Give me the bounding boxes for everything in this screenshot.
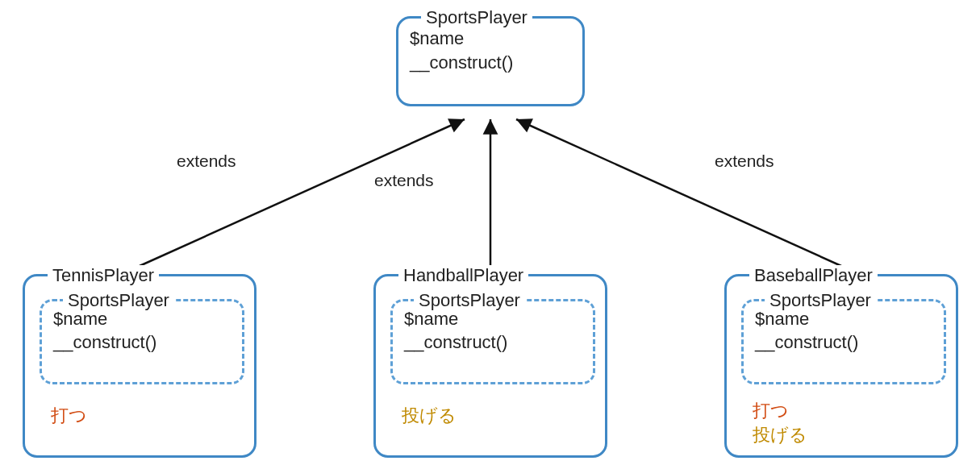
class-constructor: __construct() <box>410 51 571 75</box>
svg-line-2 <box>516 119 841 266</box>
class-box-tennis: TennisPlayer SportsPlayer $name __constr… <box>23 274 256 458</box>
inherited-title: SportsPlayer <box>765 290 876 311</box>
extends-label-right: extends <box>713 152 776 171</box>
inherited-box: SportsPlayer $name __construct() <box>40 299 244 384</box>
inherited-constructor: __construct() <box>53 331 231 355</box>
class-title: HandballPlayer <box>398 265 528 286</box>
inherited-box: SportsPlayer $name __construct() <box>390 299 595 384</box>
inherited-constructor: __construct() <box>755 331 932 355</box>
class-box-handball: HandballPlayer SportsPlayer $name __cons… <box>373 274 607 458</box>
class-property: $name <box>410 27 571 51</box>
extends-label-middle: extends <box>373 171 436 190</box>
class-box-parent: SportsPlayer $name __construct() <box>396 16 585 106</box>
inherited-property: $name <box>53 308 231 331</box>
inherited-box: SportsPlayer $name __construct() <box>741 299 946 384</box>
own-method: 打つ <box>753 399 789 423</box>
class-box-baseball: BaseballPlayer SportsPlayer $name __cons… <box>724 274 958 458</box>
inherited-constructor: __construct() <box>404 331 582 355</box>
own-method: 投げる <box>753 423 807 447</box>
inherited-property: $name <box>755 308 932 331</box>
class-title: BaseballPlayer <box>749 265 878 286</box>
own-method: 投げる <box>402 404 457 428</box>
inherited-title: SportsPlayer <box>414 290 525 311</box>
inherited-title: SportsPlayer <box>63 290 174 311</box>
inherited-property: $name <box>404 308 582 331</box>
extends-label-left: extends <box>175 152 238 171</box>
svg-line-0 <box>140 119 465 266</box>
class-title: TennisPlayer <box>48 265 159 286</box>
own-method: 打つ <box>51 404 87 428</box>
class-title: SportsPlayer <box>421 7 532 28</box>
